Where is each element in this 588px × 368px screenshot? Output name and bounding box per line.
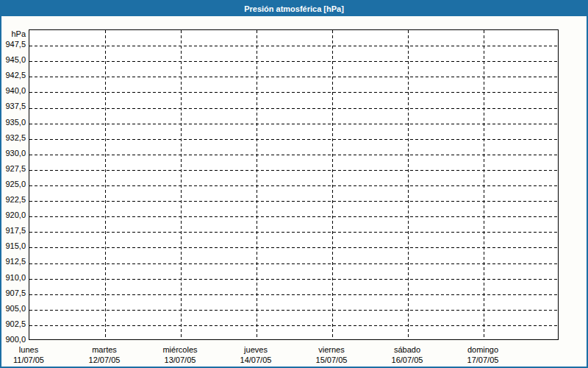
gridline-vertical <box>181 30 182 339</box>
gridline-horizontal <box>29 124 558 124</box>
gridline-horizontal <box>29 46 558 46</box>
gridline-horizontal <box>29 108 558 109</box>
x-day-label: domingo <box>445 345 521 355</box>
y-tick-label: 920,0 <box>1 210 26 220</box>
y-tick-label: 940,0 <box>1 86 26 96</box>
chart-canvas: hPa 947,5 945,0 942,5 940,0 937,5 935,0 … <box>1 16 587 367</box>
x-date-label: 17/07/05 <box>445 355 521 365</box>
gridline-horizontal <box>29 216 558 217</box>
x-date-label: 12/07/05 <box>66 355 143 365</box>
x-day-label: lunes <box>0 345 67 355</box>
y-tick-label: 912,5 <box>1 257 26 266</box>
gridline-horizontal <box>29 201 558 202</box>
title-bar: Presión atmosférica [hPa] <box>1 1 587 16</box>
y-tick-label: 925,0 <box>1 180 26 189</box>
x-date-label: 15/07/05 <box>293 355 370 365</box>
gridline-horizontal <box>29 247 558 248</box>
gridline-vertical <box>105 30 106 339</box>
y-tick-label: 932,5 <box>1 133 26 143</box>
x-date-label: 14/07/05 <box>218 355 294 365</box>
gridline-horizontal <box>29 325 558 326</box>
y-tick-label: 947,5 <box>1 40 26 49</box>
y-tick-label: 905,0 <box>1 304 26 314</box>
x-day-label: jueves <box>218 345 294 355</box>
gridline-horizontal <box>29 294 558 295</box>
gridline-horizontal <box>29 263 558 264</box>
x-date-label: 13/07/05 <box>142 355 218 365</box>
y-tick-label: 907,5 <box>1 289 26 298</box>
gridline-horizontal <box>29 92 558 93</box>
x-day-label: miércoles <box>142 345 218 355</box>
gridline-horizontal <box>29 155 558 155</box>
y-tick-label: 900,0 <box>1 335 26 344</box>
x-day-label: sábado <box>369 345 445 355</box>
gridline-vertical <box>332 30 333 339</box>
y-tick-label: 917,5 <box>1 226 26 236</box>
gridline-horizontal <box>29 61 558 62</box>
y-tick-label: 935,0 <box>1 118 26 127</box>
y-tick-label: 945,0 <box>1 55 26 65</box>
gridline-horizontal <box>29 170 558 171</box>
plot-area <box>29 29 559 340</box>
y-tick-label: 902,5 <box>1 319 26 329</box>
gridline-vertical <box>408 30 409 339</box>
gridline-horizontal <box>29 310 558 311</box>
y-tick-label: 930,0 <box>1 149 26 158</box>
x-day-label: martes <box>66 345 143 355</box>
gridline-horizontal <box>29 232 558 233</box>
gridline-vertical <box>257 30 257 339</box>
x-day-label: viernes <box>293 345 370 355</box>
chart-window: Presión atmosférica [hPa] hPa 947,5 945,… <box>0 0 588 368</box>
y-tick-label: 927,5 <box>1 164 26 174</box>
gridline-horizontal <box>29 279 558 280</box>
y-tick-label: 910,0 <box>1 273 26 283</box>
gridline-horizontal <box>29 139 558 140</box>
x-date-label: 16/07/05 <box>369 355 445 365</box>
gridline-horizontal <box>29 77 558 77</box>
gridline-vertical <box>484 30 484 339</box>
y-tick-label: 942,5 <box>1 71 26 80</box>
y-tick-label: 937,5 <box>1 102 26 111</box>
y-axis-unit-label: hPa <box>1 29 26 39</box>
x-date-label: 11/07/05 <box>0 355 67 365</box>
y-tick-label: 922,5 <box>1 195 26 205</box>
chart-title: Presión atmosférica [hPa] <box>244 4 344 13</box>
gridline-horizontal <box>29 185 558 186</box>
y-tick-label: 915,0 <box>1 241 26 251</box>
